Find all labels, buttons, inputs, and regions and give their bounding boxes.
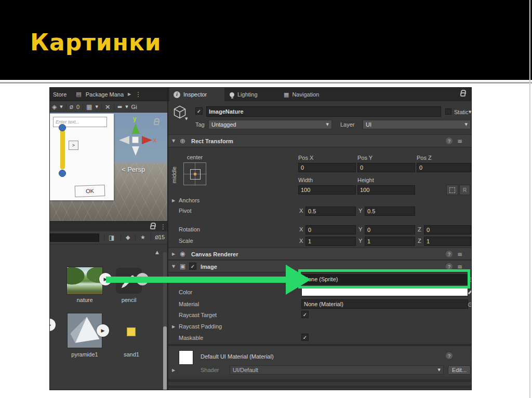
tab-menu-kebab-icon[interactable]: ⋮ bbox=[135, 91, 141, 98]
canvas-renderer-kebab-icon[interactable]: ⋮ bbox=[469, 251, 472, 258]
raycast-padding-label[interactable]: Raycast Padding bbox=[179, 323, 222, 330]
scene-mini-button[interactable]: > bbox=[69, 141, 78, 150]
asset-thumbnail-nature[interactable] bbox=[66, 267, 103, 295]
asset-pyramide1-play-icon[interactable]: ▶ bbox=[97, 324, 109, 337]
tab-package-manager[interactable]: Package Mana bbox=[86, 91, 124, 98]
label-filter-icon[interactable]: ◆ bbox=[121, 234, 130, 241]
tab-asset-store[interactable]: Store bbox=[53, 91, 66, 98]
canvas-renderer-foldout-icon[interactable]: ▶ bbox=[172, 252, 175, 256]
rect-transform-foldout-icon[interactable]: ▼ bbox=[172, 139, 175, 143]
anchors-foldout-icon[interactable]: ▶ bbox=[172, 198, 175, 203]
info-icon: i bbox=[174, 91, 180, 98]
shader-dropdown[interactable]: UI/Default ▼ bbox=[230, 365, 444, 375]
rect-transform-presets-icon[interactable]: ≡ bbox=[457, 138, 462, 145]
canvas-renderer-help-icon[interactable]: ? bbox=[446, 251, 453, 257]
pos-z-field[interactable]: 0 bbox=[417, 163, 471, 172]
tag-dropdown[interactable]: Untagged ▼ bbox=[208, 120, 332, 129]
anchors-label[interactable]: Anchors bbox=[179, 197, 200, 203]
rotation-z-field[interactable]: 0 bbox=[424, 225, 471, 235]
transform-gizmo[interactable]: y x bbox=[119, 123, 152, 157]
unity-editor-screenshot: Store ▤ Package Mana ▶ ⋮ ◈ ▼ ø 0 ▦ ▼ × ▬… bbox=[49, 87, 472, 390]
project-hidden-eye-icon[interactable]: ø bbox=[151, 233, 159, 241]
blueprint-mode-button[interactable] bbox=[446, 185, 458, 195]
gizmos-button[interactable]: Gi bbox=[131, 104, 137, 110]
hidden-objects-icon[interactable]: ø bbox=[70, 103, 73, 111]
scene-view[interactable]: > OK y x < Persp bbox=[50, 113, 168, 221]
scene-toggle-handle[interactable] bbox=[59, 170, 66, 177]
height-field[interactable]: 100 bbox=[357, 185, 415, 195]
asset-label-nature[interactable]: nature bbox=[66, 297, 103, 303]
scale-y-field[interactable]: 1 bbox=[365, 237, 415, 246]
asset-label-sand1[interactable]: sand1 bbox=[119, 351, 144, 358]
tag-label: Tag bbox=[195, 121, 205, 128]
gizmo-center-handle[interactable] bbox=[132, 136, 139, 143]
asset-thumbnail-sand1[interactable] bbox=[127, 327, 136, 336]
rotation-x-axis-label: X bbox=[299, 226, 303, 232]
raycast-padding-foldout-icon[interactable]: ▶ bbox=[172, 324, 175, 329]
tool-settings-icon[interactable]: × bbox=[105, 103, 111, 111]
project-menu-kebab-icon[interactable]: ⋮ bbox=[160, 223, 166, 230]
anchor-preset-widget[interactable] bbox=[183, 162, 206, 185]
rotation-y-field[interactable]: 0 bbox=[365, 225, 415, 235]
asset-label-pyramide1[interactable]: pyramide1 bbox=[60, 351, 109, 358]
scroll-up-icon[interactable]: ▲ bbox=[155, 250, 159, 255]
more-tabs-icon[interactable]: ▶ bbox=[128, 92, 131, 97]
image-foldout-icon[interactable]: ▼ bbox=[172, 264, 175, 269]
gameobject-name-field[interactable]: ImageNature bbox=[206, 106, 441, 117]
scale-x-field[interactable]: 1 bbox=[305, 237, 356, 246]
layer-dropdown[interactable]: UI ▼ bbox=[363, 120, 471, 129]
raw-edit-button[interactable]: R bbox=[459, 185, 470, 195]
scene-slider-track[interactable] bbox=[60, 128, 65, 169]
raycast-target-checkbox[interactable]: ✓ bbox=[301, 311, 309, 318]
rect-transform-icon: ⊕ bbox=[180, 137, 185, 145]
scene-slider-handle[interactable] bbox=[59, 124, 66, 131]
material-preview-kebab-icon[interactable]: ⋮ bbox=[469, 352, 472, 360]
color-swatch-field[interactable] bbox=[301, 287, 468, 296]
scene-ok-button[interactable]: OK bbox=[75, 185, 105, 197]
perspective-label[interactable]: < Persp bbox=[122, 166, 145, 173]
rect-transform-help-icon[interactable]: ? bbox=[446, 138, 453, 144]
pivot-x-field[interactable]: 0.5 bbox=[305, 207, 356, 216]
static-checkbox[interactable] bbox=[445, 108, 451, 115]
eyedropper-icon[interactable] bbox=[468, 290, 472, 295]
grid-dropdown-icon[interactable]: ▼ bbox=[95, 105, 98, 109]
image-component-icon: ▣ bbox=[180, 263, 185, 270]
maskable-checkbox[interactable]: ✓ bbox=[301, 334, 309, 341]
scale-z-field[interactable]: 1 bbox=[424, 237, 471, 246]
scene-lock-icon[interactable] bbox=[154, 121, 159, 125]
asset-type-filter-icon[interactable]: ◨ bbox=[104, 234, 114, 241]
shader-edit-button[interactable]: Edit... bbox=[448, 365, 471, 375]
static-dropdown-icon[interactable]: ▼ bbox=[469, 110, 471, 114]
material-preview-foldout-icon[interactable]: ▶ bbox=[172, 368, 175, 373]
pos-x-field[interactable]: 0 bbox=[298, 163, 356, 172]
project-lock-icon[interactable] bbox=[150, 225, 155, 229]
static-label[interactable]: Static bbox=[454, 109, 469, 115]
shading-dropdown-icon[interactable]: ▼ bbox=[60, 105, 62, 109]
canvas-renderer-presets-icon[interactable]: ≡ bbox=[457, 251, 462, 258]
project-scrollbar-thumb[interactable] bbox=[163, 326, 167, 390]
gameobject-dropdown-icon[interactable]: ▼ bbox=[185, 117, 188, 121]
rect-transform-kebab-icon[interactable]: ⋮ bbox=[469, 138, 472, 145]
camera-icon[interactable]: ▬ bbox=[117, 104, 122, 109]
tab-lighting[interactable]: Lighting bbox=[230, 88, 258, 101]
material-swatch[interactable] bbox=[179, 350, 193, 365]
shading-mode-icon[interactable]: ◈ bbox=[52, 103, 57, 111]
rotation-x-field[interactable]: 0 bbox=[305, 225, 356, 235]
material-field[interactable]: None (Material) bbox=[301, 299, 468, 309]
favorites-star-icon[interactable]: ★ bbox=[135, 234, 145, 241]
material-picker-icon[interactable]: ⊙ bbox=[468, 301, 472, 308]
inspector-lock-icon[interactable] bbox=[460, 92, 466, 97]
project-search-input[interactable] bbox=[50, 234, 99, 242]
pos-y-field[interactable]: 0 bbox=[357, 163, 415, 172]
tab-navigation[interactable]: ▦ Navigation bbox=[284, 88, 319, 101]
pivot-y-field[interactable]: 0.5 bbox=[365, 207, 415, 216]
material-preview-help-icon[interactable]: ? bbox=[446, 352, 453, 359]
anchor-vertical-label: middle bbox=[171, 167, 177, 183]
image-enabled-checkbox[interactable]: ✓ bbox=[189, 263, 196, 270]
asset-label-pencil[interactable]: pencil bbox=[116, 297, 142, 303]
width-field[interactable]: 100 bbox=[298, 185, 356, 195]
tab-inspector[interactable]: i Inspector bbox=[169, 88, 224, 101]
camera-dropdown-icon[interactable]: ▼ bbox=[125, 105, 128, 109]
grid-snap-icon[interactable]: ▦ bbox=[86, 103, 92, 111]
gameobject-active-checkbox[interactable]: ✓ bbox=[195, 107, 203, 115]
